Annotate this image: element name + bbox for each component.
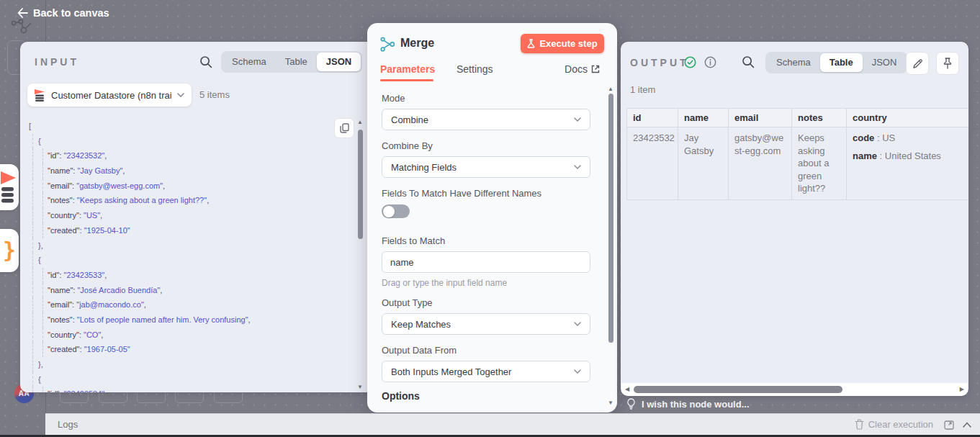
input-panel-title: INPUT (35, 56, 79, 68)
search-icon[interactable] (742, 55, 755, 68)
input-vertical-scrollbar[interactable] (358, 130, 363, 239)
dialog-scrollbar[interactable] (608, 94, 613, 343)
chevron-down-icon (177, 93, 184, 97)
fields-to-match-input[interactable] (382, 251, 590, 273)
node-feedback-link[interactable]: I wish this node would... (626, 398, 750, 410)
output-type-select[interactable]: Keep Matches (382, 313, 590, 335)
edit-output-button[interactable] (906, 52, 929, 75)
logs-bar[interactable]: Logs Clear execution (45, 413, 980, 435)
tab-settings[interactable]: Settings (457, 63, 493, 75)
input-items-count: 5 items (199, 89, 230, 100)
json-line: { (29, 253, 367, 268)
scroll-up-arrow[interactable]: ▲ (357, 120, 363, 125)
input-node-datastore-card[interactable] (0, 164, 19, 210)
pin-data-button[interactable] (936, 52, 959, 75)
input-view-tabs: Schema Table JSON (221, 51, 362, 73)
json-line: "id": "23423533", (29, 268, 367, 283)
output-panel: OUTPUT Schema Table JSON (621, 42, 968, 396)
scroll-down-arrow[interactable]: ▼ (608, 400, 613, 406)
code-brace-icon: } (3, 238, 16, 263)
scroll-right-arrow[interactable]: ▶ (960, 387, 964, 392)
json-code-view: [{"id": "23423532","name": "Jay Gatsby",… (29, 119, 367, 392)
field-combine-by: Combine By Matching Fields (382, 140, 590, 178)
combine-by-select[interactable]: Matching Fields (382, 156, 590, 178)
n8n-node-detail-view: } AA Back to canvas INPUT Schema Table J… (0, 0, 980, 437)
node-feedback-label: I wish this node would... (642, 399, 750, 410)
tab-parameters[interactable]: Parameters (380, 63, 435, 75)
input-node-brace-card[interactable]: } (0, 229, 19, 272)
json-line: "notes": "Lots of people named after him… (29, 312, 367, 328)
clear-execution-label: Clear execution (868, 419, 933, 430)
chevron-up-icon[interactable] (963, 422, 971, 428)
tab-json[interactable]: JSON (317, 53, 361, 71)
scroll-down-arrow[interactable]: ▼ (357, 384, 363, 390)
json-line: [ (29, 119, 367, 134)
json-line: "country": "US", (29, 208, 367, 223)
pencil-icon (912, 58, 923, 69)
active-tab-underline (380, 79, 433, 81)
chevron-down-icon (574, 369, 581, 374)
field-mode: Mode Combine (382, 93, 590, 130)
execute-step-button[interactable]: Execute step (521, 34, 604, 53)
json-line: "id": "23423532", (29, 148, 367, 163)
tab-schema[interactable]: Schema (222, 53, 276, 71)
trash-icon (855, 419, 864, 430)
input-source-select[interactable]: Customer Datastore (n8n train (27, 84, 192, 107)
json-line: "notes": "Keeps asking about a green lig… (29, 193, 367, 208)
input-source-label: Customer Datastore (n8n train (51, 90, 171, 101)
cell-email: gatsby@west-egg.com (729, 127, 792, 200)
clear-execution-button[interactable]: Clear execution (855, 419, 933, 430)
docs-link[interactable]: Docs (565, 63, 600, 75)
json-line: }, (29, 238, 367, 253)
tab-table[interactable]: Table (820, 53, 863, 72)
output-data-from-select[interactable]: Both Inputs Merged Together (382, 361, 590, 382)
back-to-canvas-link[interactable]: Back to canvas (17, 7, 109, 19)
column-header: notes (792, 109, 847, 127)
tab-table[interactable]: Table (276, 53, 317, 71)
ghost-node-outline (971, 128, 980, 157)
ghost-buttons-row (60, 390, 254, 405)
json-line: { (29, 134, 367, 149)
datastore-icon (35, 89, 45, 102)
docs-label: Docs (565, 63, 588, 75)
scroll-up-arrow[interactable]: ▲ (608, 86, 613, 92)
output-panel-title: OUTPUT (630, 57, 689, 68)
copy-icon (340, 123, 349, 133)
output-horizontal-scrollbar: ◀ ▶ (621, 383, 968, 396)
column-header: name (678, 109, 729, 127)
cell-id: 23423532 (627, 127, 678, 200)
table-row: 23423532 Jay Gatsby gatsby@west-egg.com … (627, 127, 969, 200)
execute-step-label: Execute step (539, 38, 597, 49)
dialog-title: Merge (400, 37, 434, 50)
different-names-toggle[interactable] (382, 204, 410, 218)
cell-country: code : US name : United States (847, 127, 969, 200)
info-icon[interactable] (704, 56, 716, 68)
table-header-row: id name email notes country (627, 109, 969, 127)
ghost-node-outline (971, 92, 980, 124)
json-line: "id": "23423534", (29, 387, 367, 392)
column-header: country (847, 109, 969, 127)
hscroll-thumb[interactable] (634, 386, 842, 393)
copy-json-button[interactable] (334, 118, 354, 138)
column-header: id (627, 109, 678, 127)
datastore-node-icon (1, 170, 17, 204)
output-view-tabs: Schema Table JSON (765, 52, 907, 73)
back-to-canvas-label: Back to canvas (33, 7, 109, 19)
scroll-left-arrow[interactable]: ◀ (625, 387, 629, 392)
json-line: "name": "Jay Gatsby", (29, 163, 367, 179)
success-check-icon (684, 56, 696, 68)
tab-schema[interactable]: Schema (767, 53, 820, 72)
mode-select[interactable]: Combine (382, 109, 590, 130)
lightbulb-icon (626, 398, 636, 410)
chevron-down-icon (574, 165, 581, 169)
external-link-icon (591, 65, 600, 73)
chevron-down-icon (574, 117, 581, 122)
tab-json[interactable]: JSON (863, 53, 907, 72)
pop-out-icon[interactable] (944, 420, 954, 430)
fields-to-match-helper: Drag or type the input field name (382, 278, 590, 288)
cell-notes: Keeps asking about a green light?? (792, 127, 847, 200)
search-icon[interactable] (199, 55, 212, 68)
workflow-node-glyph (10, 17, 35, 36)
flask-icon (527, 39, 535, 48)
json-line: "email": "jab@macondo.co", (29, 297, 367, 312)
